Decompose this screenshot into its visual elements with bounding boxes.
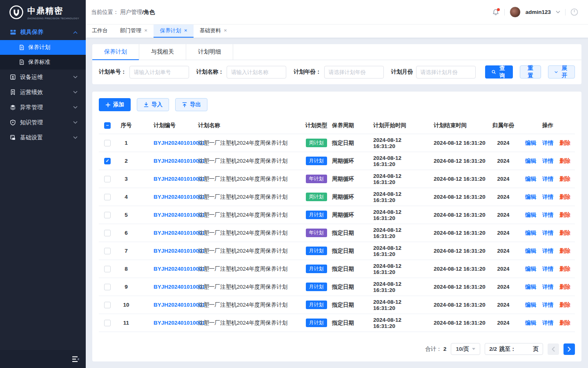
jump-page-input[interactable] <box>519 345 531 353</box>
delete-link[interactable]: 删除 <box>559 265 570 273</box>
detail-link[interactable]: 详情 <box>542 319 553 327</box>
open-tab-3[interactable]: 保养计划✕ <box>154 25 193 38</box>
open-tab-2[interactable]: 部门管理✕ <box>114 25 154 38</box>
filter-input-2[interactable] <box>227 66 286 79</box>
plan-code-link[interactable]: BYJH202401010001 <box>154 194 205 200</box>
sidebar-subitem-2[interactable]: 保养标准 <box>0 55 86 70</box>
logout-power-icon[interactable] <box>570 8 578 16</box>
panel-tab-3[interactable]: 计划明细 <box>186 44 233 60</box>
sidebar-item-4[interactable]: 知识管理 <box>0 115 86 130</box>
filter-input-1[interactable] <box>129 66 189 79</box>
edit-link[interactable]: 编辑 <box>525 139 536 147</box>
detail-link[interactable]: 详情 <box>542 139 553 147</box>
reset-button[interactable]: 重置 <box>520 65 541 79</box>
close-tab-icon[interactable]: ✕ <box>184 29 187 33</box>
delete-link[interactable]: 删除 <box>559 247 570 255</box>
row-checkbox[interactable] <box>104 320 111 326</box>
panel-tab-1[interactable]: 保养计划 <box>92 44 139 60</box>
detail-link[interactable]: 详情 <box>542 229 553 237</box>
breadcrumb-current: /角色 <box>142 9 155 15</box>
sidebar-subitem-1[interactable]: 保养计划 <box>0 40 86 55</box>
import-button[interactable]: 导入 <box>137 98 169 111</box>
row-index: 4 <box>116 194 136 200</box>
filter-input-3[interactable] <box>324 66 384 79</box>
row-checkbox[interactable] <box>104 248 111 254</box>
edit-link[interactable]: 编辑 <box>525 211 536 219</box>
sidebar-group-mold-maintenance[interactable]: 模具保养 <box>0 25 86 40</box>
edit-link[interactable]: 编辑 <box>525 265 536 273</box>
add-button[interactable]: 添加 <box>99 98 131 111</box>
edit-link[interactable]: 编辑 <box>525 283 536 291</box>
detail-link[interactable]: 详情 <box>542 301 553 309</box>
row-checkbox[interactable] <box>104 302 111 308</box>
close-tab-icon[interactable]: ✕ <box>144 29 147 33</box>
pagination: 合计：2 10/页 2/2 跳至： 页 <box>99 343 575 355</box>
sidebar-item-1[interactable]: 设备运维 <box>0 70 86 85</box>
plan-code-link[interactable]: BYJH202401010001 <box>154 302 205 308</box>
prev-page-button[interactable] <box>548 343 559 355</box>
delete-link[interactable]: 删除 <box>559 175 570 183</box>
row-checkbox[interactable] <box>104 284 111 290</box>
next-page-button[interactable] <box>564 343 575 355</box>
delete-link[interactable]: 删除 <box>559 139 570 147</box>
panel-tab-2[interactable]: 与我相关 <box>139 44 186 60</box>
open-tab-1[interactable]: 工作台 <box>86 25 114 38</box>
col-actions: 操作 <box>521 122 575 129</box>
edit-link[interactable]: 编辑 <box>525 229 536 237</box>
edit-link[interactable]: 编辑 <box>525 157 536 165</box>
collapse-sidebar-icon[interactable] <box>72 356 80 362</box>
sidebar-item-5[interactable]: 基础设置 <box>0 130 86 145</box>
detail-link[interactable]: 详情 <box>542 265 553 273</box>
delete-link[interactable]: 删除 <box>559 319 570 327</box>
plan-code-link[interactable]: BYJH202401010001 <box>154 320 205 326</box>
plan-code-link[interactable]: BYJH202401010001 <box>154 158 205 164</box>
edit-link[interactable]: 编辑 <box>525 319 536 327</box>
row-checkbox[interactable] <box>104 194 111 200</box>
detail-link[interactable]: 详情 <box>542 175 553 183</box>
detail-link[interactable]: 详情 <box>542 157 553 165</box>
plan-code-link[interactable]: BYJH202401010001 <box>154 212 205 218</box>
plan-code-link[interactable]: BYJH202401010001 <box>154 230 205 236</box>
delete-link[interactable]: 删除 <box>559 193 570 201</box>
delete-link[interactable]: 删除 <box>559 283 570 291</box>
open-tab-label: 工作台 <box>92 27 108 34</box>
row-checkbox[interactable] <box>104 266 111 272</box>
open-tab-4[interactable]: 基础资料✕ <box>194 25 233 38</box>
edit-link[interactable]: 编辑 <box>525 193 536 201</box>
delete-link[interactable]: 删除 <box>559 157 570 165</box>
sidebar-item-2[interactable]: 运营绩效 <box>0 85 86 100</box>
delete-link[interactable]: 删除 <box>559 211 570 219</box>
user-avatar[interactable] <box>510 7 521 18</box>
row-checkbox[interactable] <box>104 140 111 146</box>
page-size-select[interactable]: 10/页 <box>451 343 480 355</box>
plan-code-link[interactable]: BYJH202401010001 <box>154 176 205 182</box>
row-checkbox[interactable] <box>104 212 111 218</box>
row-checkbox[interactable] <box>104 230 111 236</box>
select-all-checkbox[interactable]: – <box>104 122 111 129</box>
close-tab-icon[interactable]: ✕ <box>224 29 227 33</box>
plan-code-link[interactable]: BYJH202401010001 <box>154 266 205 272</box>
start-time: 2024-08-12 16:31:20 <box>363 299 424 311</box>
plan-code-link[interactable]: BYJH202401010001 <box>154 284 205 290</box>
search-button[interactable]: 查询 <box>485 65 513 79</box>
row-checkbox[interactable] <box>104 176 111 182</box>
detail-link[interactable]: 详情 <box>542 193 553 201</box>
detail-link[interactable]: 详情 <box>542 283 553 291</box>
export-button[interactable]: 导出 <box>175 98 207 111</box>
plan-code-link[interactable]: BYJH202401010001 <box>154 248 205 254</box>
filter-input-4[interactable] <box>416 66 476 79</box>
user-menu-chevron-icon[interactable] <box>556 11 560 13</box>
delete-link[interactable]: 删除 <box>559 301 570 309</box>
row-actions: 编辑详情删除 <box>521 175 575 183</box>
detail-link[interactable]: 详情 <box>542 211 553 219</box>
delete-link[interactable]: 删除 <box>559 229 570 237</box>
notifications-button[interactable] <box>492 9 499 16</box>
row-checkbox[interactable]: ✓ <box>104 158 111 164</box>
edit-link[interactable]: 编辑 <box>525 247 536 255</box>
edit-link[interactable]: 编辑 <box>525 301 536 309</box>
plan-code-link[interactable]: BYJH202401010001 <box>154 140 205 146</box>
sidebar-item-3[interactable]: 异常管理 <box>0 100 86 115</box>
expand-filters-button[interactable]: 展开 <box>548 65 575 79</box>
edit-link[interactable]: 编辑 <box>525 175 536 183</box>
detail-link[interactable]: 详情 <box>542 247 553 255</box>
